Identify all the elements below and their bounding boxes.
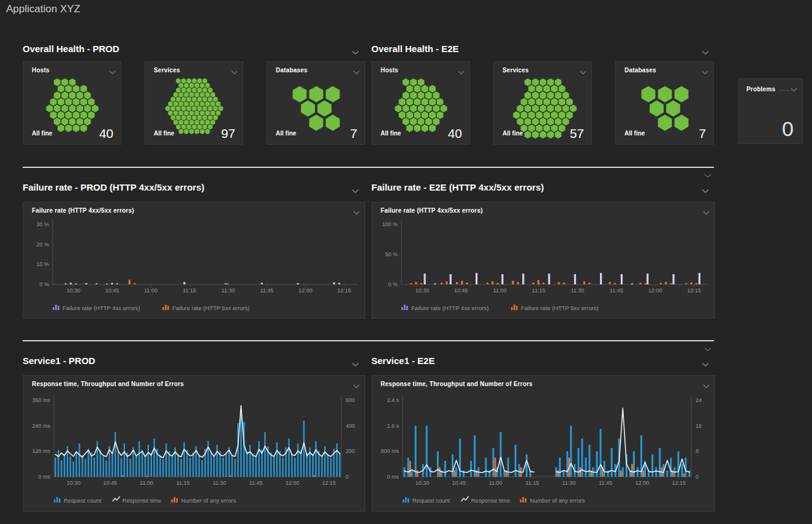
legend-item[interactable]: Failure rate (HTTP 4xx errors) bbox=[401, 305, 489, 311]
y-axis-label: 1.6 s bbox=[387, 423, 399, 429]
all-fine-label: All fine bbox=[381, 130, 401, 137]
health-tile-databases[interactable]: DatabasesAll fine7 bbox=[267, 61, 365, 145]
chevron-down-icon[interactable] bbox=[704, 170, 711, 181]
dashboard: Application XYZ Overall Health - PROD Ov… bbox=[0, 0, 812, 524]
x-axis-label: 11:45 bbox=[249, 480, 263, 486]
chart-canvas: 0 ms800 ms1.6 s2.4 s08162410:3010:4511:0… bbox=[372, 376, 716, 512]
tile-title: Hosts bbox=[32, 67, 50, 74]
chevron-down-icon[interactable] bbox=[352, 47, 359, 58]
chevron-down-icon[interactable] bbox=[702, 47, 709, 58]
section-header-overall-health-prod: Overall Health - PROD bbox=[23, 44, 365, 57]
chevron-down-icon[interactable] bbox=[231, 66, 238, 77]
legend-label: Failure rate (HTTP 5xx errors) bbox=[172, 305, 250, 311]
y-axis-label: 400 bbox=[346, 423, 355, 429]
section-title: Overall Health - E2E bbox=[371, 44, 459, 54]
x-axis-label: 10:45 bbox=[454, 287, 468, 294]
health-tile-hosts[interactable]: HostsAll fine40 bbox=[371, 61, 470, 145]
section-title: Failure rate - PROD (HTTP 4xx/5xx errors… bbox=[23, 182, 205, 192]
legend-item[interactable]: Response time bbox=[113, 496, 161, 504]
x-axis-label: 11:15 bbox=[183, 287, 196, 294]
y-axis-label: 800 ms bbox=[381, 448, 399, 454]
y-axis-label: 24 bbox=[696, 397, 702, 403]
x-axis-label: 12:15 bbox=[672, 480, 686, 486]
tile-count: 40 bbox=[99, 126, 113, 141]
y-axis-label: 20 % bbox=[36, 241, 49, 248]
x-axis-label: 11:15 bbox=[532, 287, 545, 294]
x-axis-label: 11:15 bbox=[176, 480, 190, 486]
problems-tile[interactable]: Problems 0 bbox=[738, 78, 803, 144]
chart-tile-service1-e2e[interactable]: 0 ms800 ms1.6 s2.4 s08162410:3010:4511:0… bbox=[371, 375, 715, 512]
section-title: Service1 - PROD bbox=[23, 355, 95, 366]
legend-item[interactable]: Response time bbox=[461, 496, 510, 504]
legend-item[interactable]: Failure rate (HTTP 5xx errors) bbox=[162, 305, 250, 311]
health-tile-hosts[interactable]: HostsAll fine40 bbox=[23, 61, 121, 145]
y-axis-label: 600 bbox=[346, 397, 355, 403]
x-axis-label: 11:45 bbox=[610, 287, 623, 294]
legend-item[interactable]: Number of any errors bbox=[520, 497, 585, 504]
problems-title: Problems bbox=[746, 86, 775, 93]
all-fine-label: All fine bbox=[154, 130, 174, 137]
chevron-down-icon[interactable] bbox=[704, 343, 711, 354]
x-axis-label: 11:00 bbox=[493, 287, 507, 294]
chevron-down-icon[interactable] bbox=[702, 359, 709, 370]
health-tile-services[interactable]: ServicesAll fine57 bbox=[493, 61, 592, 145]
tile-count: 57 bbox=[570, 126, 584, 141]
y-axis-label: 240 ms bbox=[32, 423, 50, 429]
legend-item[interactable]: Request count bbox=[54, 497, 102, 504]
tile-count: 97 bbox=[221, 126, 235, 141]
health-tile-databases[interactable]: DatabasesAll fine7 bbox=[615, 61, 714, 145]
tile-count: 40 bbox=[448, 126, 462, 141]
chevron-down-icon[interactable] bbox=[109, 66, 116, 77]
chevron-down-icon[interactable] bbox=[353, 207, 360, 218]
chevron-down-icon[interactable] bbox=[458, 66, 465, 77]
chart-tile-service1-prod[interactable]: 0 ms120 ms240 ms360 ms020040060010:3010:… bbox=[23, 375, 365, 512]
x-axis-label: 11:00 bbox=[144, 287, 157, 294]
x-axis-label: 11:00 bbox=[140, 480, 153, 486]
section-header-service1-prod: Service1 - PROD bbox=[23, 355, 365, 369]
legend-label: Failure rate (HTTP 4xx errors) bbox=[411, 305, 489, 311]
chevron-down-icon[interactable] bbox=[580, 66, 586, 77]
chart-tile-failure-prod[interactable]: 0 %10 %20 %30 %10:3010:4511:0011:1511:30… bbox=[23, 202, 365, 319]
chart-title: Failure rate (HTTP 4xx/5xx errors) bbox=[381, 207, 483, 214]
chart-title: Response time, Throughput and Number of … bbox=[32, 381, 184, 387]
x-axis-label: 10:30 bbox=[67, 480, 81, 486]
chevron-down-icon[interactable] bbox=[353, 66, 360, 77]
chevron-down-icon[interactable] bbox=[352, 185, 359, 196]
legend-item[interactable]: Failure rate (HTTP 4xx errors) bbox=[53, 305, 140, 311]
chevron-down-icon[interactable] bbox=[353, 380, 360, 391]
section-header-service1-e2e: Service1 - E2E bbox=[371, 355, 715, 369]
health-tiles-e2e: HostsAll fine40ServicesAll fine57Databas… bbox=[371, 61, 715, 145]
legend-label: Failure rate (HTTP 5xx errors) bbox=[521, 305, 599, 311]
x-axis-label: 10:30 bbox=[67, 287, 81, 294]
chevron-down-icon[interactable] bbox=[791, 83, 797, 94]
x-axis-label: 11:30 bbox=[221, 287, 235, 294]
x-axis-label: 10:30 bbox=[415, 480, 430, 486]
tile-count: 7 bbox=[699, 126, 706, 141]
series-bars-failure-rate-http-5xx-errors- bbox=[129, 280, 229, 285]
legend-item[interactable]: Failure rate (HTTP 5xx errors) bbox=[511, 305, 599, 311]
x-axis-label: 12:00 bbox=[298, 287, 313, 294]
x-axis-label: 11:30 bbox=[213, 480, 226, 486]
x-axis-label: 10:45 bbox=[103, 480, 117, 486]
legend-item[interactable]: Number of any errors bbox=[171, 497, 236, 504]
chevron-down-icon[interactable] bbox=[702, 185, 709, 196]
health-tile-services[interactable]: ServicesAll fine97 bbox=[145, 61, 243, 145]
all-fine-label: All fine bbox=[276, 130, 296, 137]
legend-item[interactable]: Request count bbox=[403, 497, 450, 504]
chart-title: Failure rate (HTTP 4xx/5xx errors) bbox=[32, 207, 134, 214]
x-axis-label: 10:30 bbox=[415, 287, 430, 294]
chevron-down-icon[interactable] bbox=[702, 66, 708, 77]
page-title: Application XYZ bbox=[6, 3, 80, 15]
legend-label: Number of any errors bbox=[181, 497, 236, 504]
tile-title: Hosts bbox=[381, 67, 398, 74]
chart-tile-failure-e2e[interactable]: 0 %50 %100 %10:3010:4511:0011:1511:3011:… bbox=[371, 202, 715, 319]
x-axis-label: 11:45 bbox=[599, 480, 612, 486]
legend-label: Number of any errors bbox=[529, 497, 585, 504]
series-bars-failure-rate-http-4xx-errors- bbox=[65, 282, 341, 284]
y-axis-label: 0 bbox=[346, 474, 349, 480]
series-line-response-time bbox=[404, 408, 689, 473]
chevron-down-icon[interactable] bbox=[703, 207, 710, 218]
chevron-down-icon[interactable] bbox=[703, 380, 710, 391]
chevron-down-icon[interactable] bbox=[352, 359, 359, 370]
legend-label: Request count bbox=[64, 497, 102, 504]
